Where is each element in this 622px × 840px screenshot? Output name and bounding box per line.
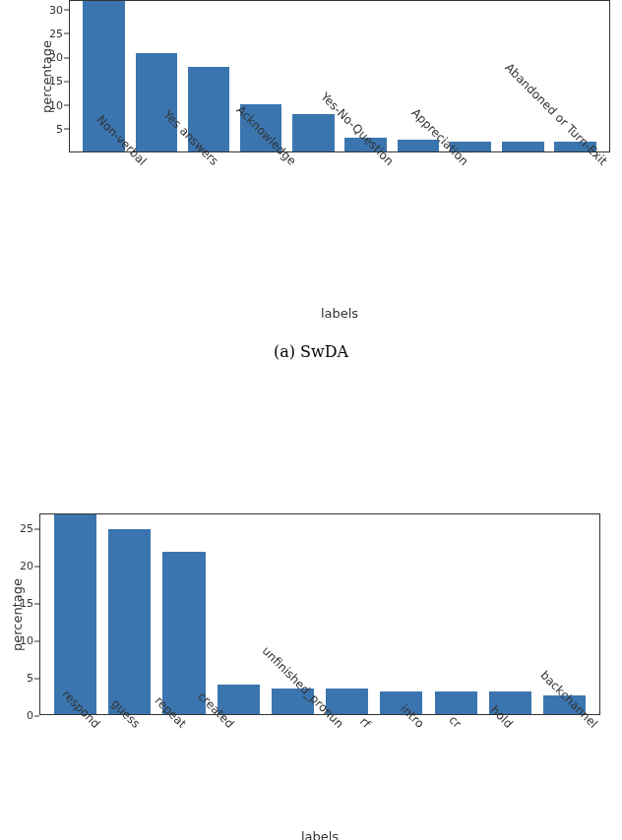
bar-slot <box>212 514 266 714</box>
ytick: 25 <box>20 522 33 535</box>
xlabel-slot: created <box>184 717 229 731</box>
bar-slot <box>320 514 374 714</box>
chart-a-xtitle: labels <box>69 306 610 321</box>
xlabel: cr <box>446 713 464 731</box>
chart-b-plot: 0510152025 percentage <box>39 513 600 715</box>
bar-slot <box>156 514 211 714</box>
ytick: 5 <box>56 122 63 135</box>
xlabel-slot: cr <box>428 717 472 731</box>
bar-slot <box>287 1 340 151</box>
chart-b-ylabel: percentage <box>10 577 25 650</box>
xlabel-slot: Acknowledge <box>213 154 291 168</box>
bar <box>435 691 477 714</box>
chart-b-bars <box>40 514 599 714</box>
ytick: 30 <box>49 3 63 16</box>
xlabel-slot: backchannel <box>518 717 592 731</box>
xlabel-slot: Non-verbal <box>77 154 142 168</box>
bar-slot <box>428 514 482 714</box>
xlabel-slot: Yes-No-Question <box>291 154 389 168</box>
xlabel-slot: intro <box>384 717 428 731</box>
bar-slot <box>48 514 102 714</box>
xlabel: rf <box>357 715 373 731</box>
chart-b-xtitle: labels <box>39 829 600 840</box>
bar <box>54 514 96 714</box>
chart-a-plot: 51015202530 percentage <box>69 0 610 152</box>
ytick: 0 <box>27 709 33 722</box>
ytick: 20 <box>20 560 33 572</box>
chart-a-caption: (a) SwDA <box>0 342 622 361</box>
ytick: 5 <box>27 672 33 685</box>
ytick: 25 <box>49 27 63 39</box>
chart-a-ylabel: percentage <box>39 39 54 112</box>
chart-a-plot-area <box>69 0 610 152</box>
bar <box>398 140 440 151</box>
bar-slot <box>483 514 537 714</box>
bar <box>502 142 544 151</box>
xlabel-slot: Appreciation <box>389 154 464 168</box>
chart-a-xlabels: Non-verbalYes answersAcknowledgeYes-No-Q… <box>69 154 610 168</box>
bar <box>136 53 178 151</box>
bar <box>292 114 335 151</box>
xlabel-slot: Yes answers <box>142 154 214 168</box>
xlabel-slot: repeat <box>140 717 184 731</box>
bar <box>108 529 151 714</box>
bar-slot <box>374 514 428 714</box>
xlabel-slot: respond <box>47 717 95 731</box>
bar <box>162 552 205 714</box>
bar-slot <box>102 514 156 714</box>
xlabel-slot: Abandoned or Turn-Exit <box>464 154 602 168</box>
chart-b-plot-area <box>39 513 600 715</box>
bar-slot <box>444 1 496 151</box>
xlabel-slot: hold <box>473 717 518 731</box>
chart-b-xlabels: respondguessrepeatcreatedunfinished_pron… <box>39 717 600 731</box>
xlabel-slot: unfinished_pronun <box>229 717 339 731</box>
